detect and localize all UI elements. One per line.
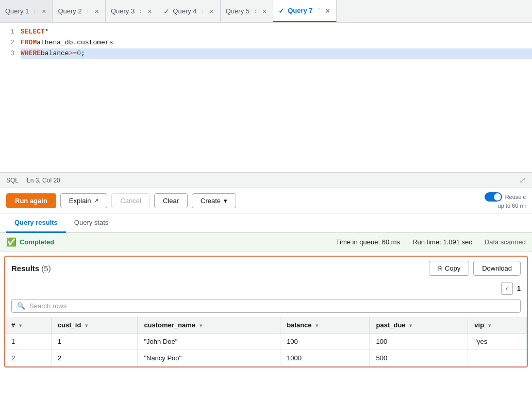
sort-icon: ▾ <box>19 323 22 328</box>
drag-handle-icon[interactable]: ⋮ <box>200 8 206 14</box>
tab-query4[interactable]: ✓Query 4⋮× <box>158 0 220 22</box>
drag-handle-icon[interactable]: ⋮ <box>316 7 322 14</box>
status-bar: SQL Ln 3, Col 20 ⤢ <box>0 173 532 188</box>
tab-query7[interactable]: ✓Query 7⋮× <box>273 0 337 22</box>
cell-vip <box>468 350 527 366</box>
run-again-button[interactable]: Run again <box>6 193 56 208</box>
column-header-customer_name[interactable]: customer_name ▾ <box>138 317 280 334</box>
code-line: FROM athena_db.customers <box>21 38 532 48</box>
close-tab-icon[interactable]: × <box>41 7 47 16</box>
results-title: Results (5) <box>11 264 51 273</box>
column-header-past_due[interactable]: past_due ▾ <box>370 317 468 334</box>
time-in-queue: Time in queue: 60 ms <box>336 238 401 246</box>
close-tab-icon[interactable]: × <box>209 7 215 16</box>
sort-icon: ▾ <box>85 323 88 328</box>
run-time: Run time: 1.091 sec <box>412 238 472 246</box>
tab-query1[interactable]: Query 1⋮× <box>0 0 53 22</box>
tab-query3[interactable]: Query 3⋮× <box>106 0 158 22</box>
drag-handle-icon[interactable]: ⋮ <box>85 8 91 14</box>
cell-hash: 2 <box>5 350 51 366</box>
data-scanned: Data scanned <box>485 238 526 246</box>
completed-label: Completed <box>20 238 54 246</box>
editor-area: 123 SELECT *FROM athena_db.customersWHER… <box>0 23 532 173</box>
tab-query5[interactable]: Query 5⋮× <box>221 0 273 22</box>
line-numbers: 123 <box>0 27 21 168</box>
sort-icon: ▾ <box>200 323 202 328</box>
search-icon: 🔍 <box>17 302 25 310</box>
pagination-area: ‹ 1 <box>5 280 527 297</box>
expand-button[interactable]: ⤢ <box>519 175 526 185</box>
drag-handle-icon[interactable]: ⋮ <box>138 8 143 14</box>
code-lines[interactable]: SELECT *FROM athena_db.customersWHERE ba… <box>21 27 532 168</box>
status-banner: ✅ Completed Time in queue: 60 ms Run tim… <box>0 233 532 252</box>
cell-hash: 1 <box>5 334 51 350</box>
toolbar: Run again Explain ↗ Cancel Clear Create … <box>0 188 532 213</box>
reuse-section: Reuse c up to 60 mi <box>485 192 526 209</box>
create-button[interactable]: Create ▾ <box>192 193 236 208</box>
code-line: WHERE balance >= 0; <box>21 48 532 59</box>
code-editor[interactable]: 123 SELECT *FROM athena_db.customersWHER… <box>0 23 532 172</box>
copy-label: Copy <box>445 264 460 272</box>
drag-handle-icon[interactable]: ⋮ <box>32 8 38 14</box>
cell-customer_name: "Nancy Poo" <box>138 350 280 366</box>
cell-past_due: 100 <box>370 334 468 350</box>
explain-label: Explain <box>69 197 91 205</box>
tab-bar: Query 1⋮×Query 2⋮×Query 3⋮×✓Query 4⋮×Que… <box>0 0 532 23</box>
cell-customer_name: "John Doe" <box>138 334 280 350</box>
close-tab-icon[interactable]: × <box>146 7 153 16</box>
page-number: 1 <box>517 285 521 292</box>
external-link-icon: ↗ <box>94 197 98 204</box>
reuse-sub-label: up to 60 mi <box>498 203 526 209</box>
line-number: 2 <box>6 38 14 48</box>
close-tab-icon[interactable]: × <box>94 7 100 16</box>
status-left: SQL Ln 3, Col 20 <box>6 177 60 184</box>
copy-button[interactable]: ⎘ Copy <box>429 261 469 276</box>
search-bar[interactable]: 🔍 <box>11 299 521 313</box>
check-icon: ✓ <box>163 7 170 15</box>
close-tab-icon[interactable]: × <box>325 6 331 15</box>
drag-handle-icon[interactable]: ⋮ <box>253 8 258 14</box>
reuse-toggle[interactable] <box>485 192 502 202</box>
line-number: 1 <box>6 27 14 38</box>
cell-balance: 1000 <box>280 350 370 366</box>
tab-label: Query 2 <box>58 7 81 15</box>
tab-query2[interactable]: Query 2⋮× <box>53 0 105 22</box>
download-button[interactable]: Download <box>473 261 521 276</box>
close-tab-icon[interactable]: × <box>261 7 268 16</box>
column-header-hash[interactable]: # ▾ <box>5 317 51 334</box>
completed-status: ✅ Completed <box>6 237 54 247</box>
check-circle-icon: ✅ <box>6 237 16 247</box>
reuse-label: Reuse c <box>505 194 526 200</box>
tab-label: Query 5 <box>226 7 250 15</box>
tab-label: Query 3 <box>111 7 135 15</box>
table-row: 11"John Doe"100100"yes <box>5 334 527 350</box>
copy-icon: ⎘ <box>438 264 442 272</box>
cancel-button[interactable]: Cancel <box>111 193 149 208</box>
results-tab-query-stats[interactable]: Query stats <box>66 213 117 233</box>
code-line: SELECT * <box>21 27 532 38</box>
prev-page-button[interactable]: ‹ <box>501 282 512 295</box>
tab-label: Query 4 <box>173 7 196 15</box>
clear-button[interactable]: Clear <box>154 193 188 208</box>
tab-label: Query 7 <box>288 7 312 14</box>
results-tabs: Query resultsQuery stats <box>0 213 532 233</box>
search-input[interactable] <box>29 302 515 310</box>
sort-icon: ▾ <box>409 323 412 328</box>
column-header-cust_id[interactable]: cust_id ▾ <box>51 317 138 334</box>
create-label: Create <box>201 197 221 205</box>
tab-label: Query 1 <box>5 7 29 15</box>
explain-button[interactable]: Explain ↗ <box>60 193 108 208</box>
line-number: 3 <box>6 48 14 59</box>
results-panel: Results (5) ⎘ Copy Download ‹ 1 🔍 # ▾cus… <box>4 256 528 368</box>
column-header-balance[interactable]: balance ▾ <box>280 317 370 334</box>
check-icon: ✓ <box>278 7 285 15</box>
table-row: 22"Nancy Poo"1000500 <box>5 350 527 366</box>
results-tab-query-results[interactable]: Query results <box>6 213 66 233</box>
cell-cust_id: 1 <box>51 334 138 350</box>
column-header-vip[interactable]: vip ▾ <box>468 317 527 334</box>
results-header: Results (5) ⎘ Copy Download <box>5 257 527 280</box>
results-actions: ⎘ Copy Download <box>429 261 521 276</box>
cursor-position: Ln 3, Col 20 <box>27 177 60 184</box>
status-meta: Time in queue: 60 ms Run time: 1.091 sec… <box>336 238 526 246</box>
sort-icon: ▾ <box>315 323 318 328</box>
